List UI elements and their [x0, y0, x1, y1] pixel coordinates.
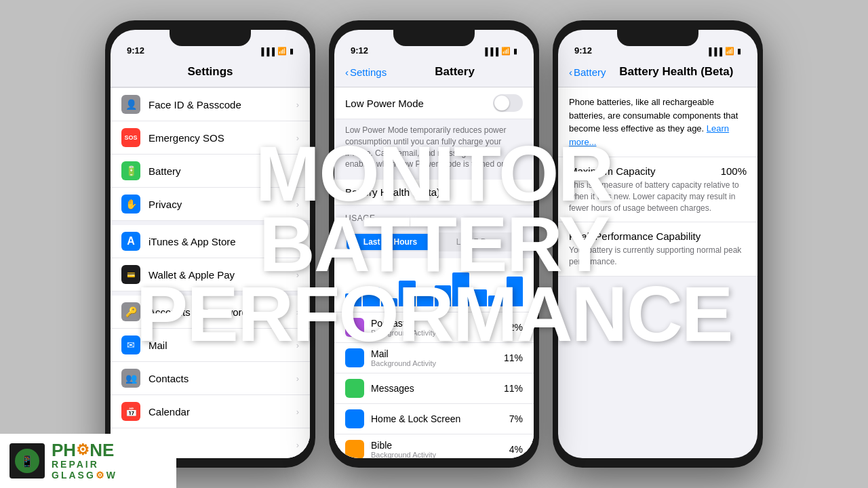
- list-item[interactable]: ✉ Mail ›: [111, 329, 310, 362]
- accounts-icon: 🔑: [121, 302, 140, 321]
- messages-icon: [345, 379, 364, 398]
- list-item[interactable]: 🔑 Accounts & Passwords ›: [111, 291, 310, 329]
- nav-bar-right: ‹ Battery Battery Health (Beta): [558, 60, 757, 87]
- status-icons-left: ▐▐▐ 📶 ▮: [259, 47, 294, 56]
- time-center: 9:12: [351, 45, 368, 56]
- podcasts-icon: [345, 318, 364, 337]
- logo-gear-symbol: ⚙: [76, 443, 90, 458]
- notch-right: [617, 30, 698, 46]
- chevron-icon: ›: [520, 187, 523, 197]
- time-right: 9:12: [574, 45, 592, 56]
- usage-header: USAGE: [334, 209, 534, 226]
- list-item[interactable]: Bible Background Activity 4%: [334, 434, 534, 458]
- health-content: Phone batteries, like all rechargeable b…: [558, 87, 757, 277]
- status-icons-right: ▐▐▐ 📶 ▮: [707, 47, 741, 56]
- max-capacity-desc: This is a measure of battery capacity re…: [569, 180, 747, 214]
- mail-percent: 11%: [504, 352, 523, 363]
- homescreen-percent: 7%: [509, 413, 523, 424]
- chevron-icon: ›: [296, 340, 299, 350]
- phone-center: 9:12 ▐▐▐ 📶 ▮ ‹ Settings Battery Low Powe…: [329, 20, 539, 468]
- signal-icon: ▐▐▐: [707, 47, 722, 56]
- battery-title: Battery: [387, 65, 523, 79]
- chevron-icon: ›: [296, 270, 299, 280]
- battery-icon: ▮: [737, 47, 741, 56]
- chart-bar: [452, 272, 469, 306]
- time-tabs: Last 24 Hours Last 7 Days: [345, 232, 523, 251]
- chart-bar: [345, 293, 361, 306]
- list-item[interactable]: Home & Lock Screen 7%: [334, 404, 534, 434]
- time-left: 9:12: [127, 45, 144, 56]
- nav-bar-left: Settings: [111, 60, 310, 87]
- max-capacity-value: 100%: [721, 165, 747, 177]
- low-power-toggle-row[interactable]: Low Power Mode: [334, 87, 534, 119]
- chevron-icon: ›: [296, 407, 299, 417]
- list-item[interactable]: ✋ Privacy ›: [111, 188, 310, 221]
- list-item[interactable]: Mail Background Activity 11%: [334, 343, 534, 373]
- mail-icon: [345, 348, 364, 367]
- list-item[interactable]: 👤 Face ID & Passcode ›: [111, 87, 310, 121]
- wallet-label: Wallet & Apple Pay: [149, 269, 296, 281]
- chart-bar: [488, 296, 505, 306]
- battery-health-row[interactable]: Battery Health (Beta) ›: [334, 176, 534, 205]
- wifi-icon: 📶: [725, 47, 734, 56]
- tab-24hours[interactable]: Last 24 Hours: [347, 234, 434, 250]
- settings-title: Settings: [121, 65, 299, 79]
- bible-percent: 4%: [509, 444, 523, 455]
- screen-center: 9:12 ▐▐▐ 📶 ▮ ‹ Settings Battery Low Powe…: [334, 30, 534, 458]
- signal-icon: ▐▐▐: [259, 47, 275, 56]
- appstore-icon: A: [121, 232, 140, 251]
- wallet-icon: 💳: [121, 265, 140, 284]
- list-item[interactable]: Podcasts Background Activity 12%: [334, 312, 534, 343]
- faceid-label: Face ID & Passcode: [149, 99, 296, 110]
- logo-glasgow: GLASG⚙W: [52, 470, 117, 481]
- chart-bar: [471, 289, 487, 306]
- mail-sub: Background Activity: [371, 359, 504, 367]
- signal-icon: ▐▐▐: [483, 47, 498, 56]
- logo-ph: PH: [52, 441, 76, 459]
- chevron-icon: ›: [296, 307, 299, 317]
- screen-right: 9:12 ▐▐▐ 📶 ▮ ‹ Battery Battery Health (B…: [558, 30, 757, 458]
- chevron-icon: ›: [296, 100, 299, 110]
- list-item[interactable]: 📅 Calendar ›: [111, 395, 310, 428]
- mail-label: Mail: [149, 340, 296, 351]
- faceid-icon: 👤: [121, 95, 140, 114]
- status-icons-center: ▐▐▐ 📶 ▮: [483, 47, 517, 56]
- usage-section: USAGE Last 24 Hours Last 7 Days: [334, 205, 534, 312]
- sos-icon: SOS: [121, 128, 140, 147]
- low-power-switch[interactable]: [493, 94, 523, 112]
- battery-icon: ▮: [290, 47, 294, 56]
- chevron-icon: ›: [296, 373, 299, 384]
- homescreen-icon: [345, 409, 364, 428]
- chevron-icon: ›: [296, 440, 299, 450]
- mail-name: Mail: [371, 348, 504, 359]
- chevron-icon: ›: [296, 237, 299, 247]
- contacts-icon: 👥: [121, 369, 140, 388]
- chart-bar: [507, 277, 523, 306]
- list-item[interactable]: 💳 Wallet & Apple Pay ›: [111, 258, 310, 291]
- chart-bar: [417, 291, 433, 306]
- list-item[interactable]: A iTunes & App Store ›: [111, 221, 310, 258]
- back-button-right[interactable]: ‹ Battery: [569, 66, 606, 78]
- list-item[interactable]: Messages 11%: [334, 373, 534, 404]
- tab-7days[interactable]: Last 7 Days: [434, 234, 521, 250]
- bible-name: Bible: [371, 440, 509, 451]
- notch-center: [393, 30, 475, 46]
- wifi-icon: 📶: [501, 47, 511, 56]
- peak-performance-row: Peak Performance Capability Your battery…: [558, 222, 757, 277]
- low-power-desc: Low Power Mode temporarily reduces power…: [334, 119, 534, 176]
- settings-list: 👤 Face ID & Passcode › SOS Emergency SOS…: [111, 87, 310, 458]
- accounts-label: Accounts & Passwords: [149, 306, 296, 318]
- logo-repair: REPAIR: [52, 459, 117, 470]
- privacy-label: Privacy: [149, 199, 296, 210]
- battery-icon: 🔋: [121, 161, 140, 180]
- list-item[interactable]: SOS Emergency SOS ›: [111, 121, 310, 155]
- homescreen-name: Home & Lock Screen: [371, 413, 509, 424]
- back-button-center[interactable]: ‹ Settings: [345, 66, 387, 78]
- chevron-icon: ›: [296, 199, 299, 209]
- phone-left: 9:12 ▐▐▐ 📶 ▮ Settings 👤 Face ID & Passco…: [105, 20, 315, 468]
- logo-icon: 📱: [9, 443, 45, 479]
- health-intro: Phone batteries, like all rechargeable b…: [558, 87, 757, 157]
- list-item[interactable]: 🔋 Battery ›: [111, 155, 310, 188]
- list-item[interactable]: 👥 Contacts ›: [111, 362, 310, 395]
- chart-bar: [381, 298, 397, 307]
